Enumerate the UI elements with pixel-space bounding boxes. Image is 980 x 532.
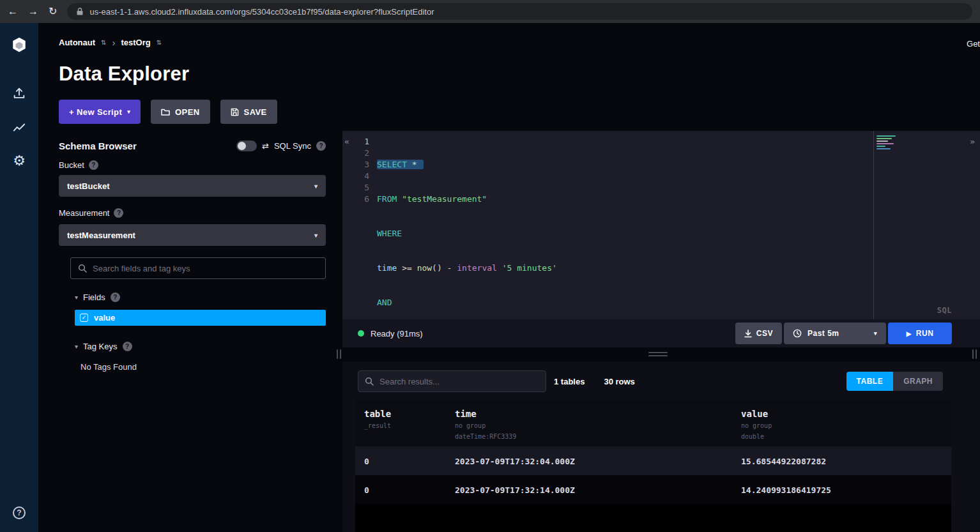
play-icon: ▶ xyxy=(907,330,912,337)
cell-value: 14.240993186419725 xyxy=(741,485,831,494)
editor-minimap[interactable] xyxy=(877,135,901,151)
editor-language-badge: SQL xyxy=(937,306,952,315)
new-script-button[interactable]: + New Script ▾ xyxy=(59,100,141,124)
code-token: WHERE xyxy=(377,229,402,238)
no-tags-text: No Tags Found xyxy=(80,362,137,372)
url-text: us-east-1-1.aws.cloud2.influxdata.com/or… xyxy=(89,7,434,17)
sql-editor[interactable]: « » 1 2 3 4 5 6 SELECT * FROM "testMeasu… xyxy=(342,131,980,319)
chevron-down-icon: ▾ xyxy=(127,109,130,115)
field-item-value[interactable]: ✓ value xyxy=(75,310,326,326)
save-button[interactable]: SAVE xyxy=(220,100,277,124)
field-value-label: value xyxy=(94,313,115,323)
field-checkbox[interactable]: ✓ xyxy=(80,314,88,322)
cell-table: 0 xyxy=(364,456,369,466)
time-range-dropdown[interactable]: Past 5m ▾ xyxy=(784,323,886,344)
browser-forward-button[interactable]: → xyxy=(28,6,38,17)
bucket-label: Bucket xyxy=(59,160,84,170)
code-token: now xyxy=(417,263,432,273)
results-search-input[interactable] xyxy=(379,377,539,386)
open-button[interactable]: OPEN xyxy=(151,100,210,124)
editor-results-pane: « » 1 2 3 4 5 6 SELECT * FROM "testMeasu… xyxy=(335,131,980,532)
code-token: '5 minutes' xyxy=(502,263,557,273)
column-meta: no group xyxy=(741,422,772,430)
project-switcher-icon[interactable]: ⇅ xyxy=(157,39,162,46)
column-meta: _result xyxy=(364,422,391,430)
caret-down-icon: ▾ xyxy=(75,294,78,301)
gear-icon: ⚙ xyxy=(13,153,26,169)
sidebar-item-data-explorer[interactable] xyxy=(0,114,38,142)
new-script-label: + New Script xyxy=(69,107,122,117)
code-line: FROM "testMeasurement" xyxy=(377,194,557,205)
tab-table[interactable]: TABLE xyxy=(846,372,894,391)
sql-sync-icon: ⇄ xyxy=(262,141,269,151)
measurement-dropdown[interactable]: testMeasurement ▾ xyxy=(59,224,326,246)
code-token: "testMeasurement" xyxy=(402,194,487,204)
breadcrumb-separator: › xyxy=(112,37,115,48)
sql-sync-help-icon[interactable]: ? xyxy=(316,141,326,151)
minimap-divider xyxy=(873,131,874,319)
schema-search-input[interactable] xyxy=(93,264,318,273)
org-switcher-icon[interactable]: ⇅ xyxy=(101,39,106,46)
time-range-label: Past 5m xyxy=(808,329,869,338)
bucket-dropdown[interactable]: testBucket ▾ xyxy=(59,175,326,197)
splitter-handle-left[interactable] xyxy=(337,349,341,359)
code-token: >= xyxy=(397,263,417,273)
get-started-link[interactable]: Get xyxy=(967,39,980,49)
panel-splitter[interactable] xyxy=(335,347,980,361)
code-token xyxy=(397,194,402,204)
address-bar[interactable]: us-east-1-1.aws.cloud2.influxdata.com/or… xyxy=(67,3,972,20)
tag-keys-tree-toggle[interactable]: ▾ Tag Keys ? xyxy=(75,342,132,351)
run-button[interactable]: ▶ RUN xyxy=(888,323,952,344)
code-line: SELECT * xyxy=(377,159,557,171)
sidebar-item-settings[interactable]: ⚙ xyxy=(0,147,38,175)
bucket-help-icon[interactable]: ? xyxy=(89,160,98,170)
fields-tree-toggle[interactable]: ▾ Fields ? xyxy=(75,293,120,302)
code-token: time xyxy=(377,263,397,273)
code-line: time >= now() - interval '5 minutes' xyxy=(377,262,557,274)
browser-back-button[interactable]: ← xyxy=(8,6,18,17)
results-table-header: table _result time no group dateTime:RFC… xyxy=(355,400,951,446)
results-table: table _result time no group dateTime:RFC… xyxy=(355,400,951,532)
sql-sync-toggle[interactable] xyxy=(236,141,257,151)
schema-search xyxy=(70,257,326,279)
sidebar-item-help[interactable]: ? xyxy=(0,499,38,527)
open-label: OPEN xyxy=(175,107,199,117)
status-text: Ready (91ms) xyxy=(371,329,423,338)
browser-reload-button[interactable]: ↻ xyxy=(49,6,57,17)
tab-graph[interactable]: GRAPH xyxy=(893,372,943,391)
search-icon xyxy=(78,264,87,273)
bucket-value: testBucket xyxy=(67,181,109,191)
cube-logo-icon xyxy=(11,36,27,53)
chevron-down-icon: ▾ xyxy=(314,183,318,190)
download-icon xyxy=(744,330,752,338)
tag-keys-label: Tag Keys xyxy=(83,342,117,351)
sidebar-item-load-data[interactable] xyxy=(0,79,38,107)
measurement-help-icon[interactable]: ? xyxy=(114,208,123,218)
cell-time: 2023-07-09T17:32:14.000Z xyxy=(455,485,575,494)
splitter-handle-right[interactable] xyxy=(972,349,977,359)
schema-browser-title: Schema Browser xyxy=(59,141,137,151)
fields-label: Fields xyxy=(83,293,105,302)
workspace: Schema Browser ⇄ SQL Sync ? Bucket ? tes… xyxy=(38,131,980,532)
influxdb-logo[interactable] xyxy=(0,31,38,59)
rows-count: 30 rows xyxy=(604,377,634,386)
line-numbers: 1 2 3 4 5 6 xyxy=(353,136,369,205)
padlock-icon xyxy=(76,7,84,16)
page-title: Data Explorer xyxy=(59,63,189,86)
folder-icon xyxy=(161,108,170,116)
search-icon xyxy=(365,377,374,386)
collapse-right-icon[interactable]: » xyxy=(970,137,975,146)
caret-down-icon: ▾ xyxy=(75,343,78,350)
csv-download-button[interactable]: CSV xyxy=(735,323,782,344)
cell-time: 2023-07-09T17:32:04.000Z xyxy=(455,456,575,466)
run-label: RUN xyxy=(916,329,934,338)
breadcrumb-project[interactable]: testOrg xyxy=(121,38,150,47)
chevron-down-icon: ▾ xyxy=(874,331,877,337)
breadcrumb-org[interactable]: Autonaut xyxy=(59,38,95,47)
splitter-handle-center[interactable] xyxy=(648,352,668,358)
left-nav-rail: ⚙ ? xyxy=(0,23,38,532)
fields-help-icon[interactable]: ? xyxy=(111,293,120,302)
script-toolbar: + New Script ▾ OPEN SAVE xyxy=(59,100,277,124)
tag-keys-help-icon[interactable]: ? xyxy=(123,342,132,351)
collapse-left-icon[interactable]: « xyxy=(344,137,349,146)
